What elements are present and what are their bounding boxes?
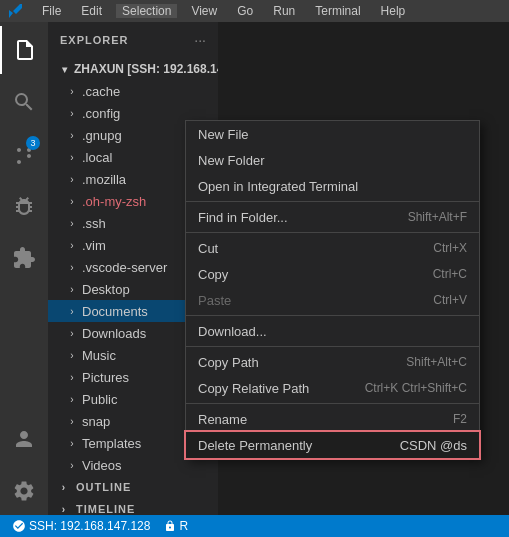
label-pictures: Pictures (82, 370, 129, 385)
chevron-oh-my-zsh: › (64, 193, 80, 209)
menu-run[interactable]: Run (267, 4, 301, 18)
chevron-downloads: › (64, 325, 80, 341)
source-control-badge: 3 (26, 136, 40, 150)
chevron-ssh: › (64, 215, 80, 231)
label-snap: snap (82, 414, 110, 429)
menu-cut-shortcut: Ctrl+X (433, 241, 467, 255)
chevron-local: › (64, 149, 80, 165)
explorer-title: EXPLORER (60, 34, 129, 46)
separator-4 (186, 346, 479, 347)
source-control-activity-icon[interactable]: 3 (0, 130, 48, 178)
chevron-public: › (64, 391, 80, 407)
label-music: Music (82, 348, 116, 363)
remote-icon (12, 519, 26, 533)
menu-view[interactable]: View (185, 4, 223, 18)
menu-download[interactable]: Download... (186, 318, 479, 344)
root-folder[interactable]: ▾ ZHAXUN [SSH: 192.168.147.128] (48, 58, 218, 80)
menu-rename-label: Rename (198, 412, 247, 427)
menu-copy-path-label: Copy Path (198, 355, 259, 370)
titlebar-menu: File Edit Selection View Go Run Terminal… (36, 4, 411, 18)
menu-copy-relative-path-label: Copy Relative Path (198, 381, 309, 396)
menu-download-label: Download... (198, 324, 267, 339)
menu-new-folder[interactable]: New Folder (186, 147, 479, 173)
label-public: Public (82, 392, 117, 407)
debug-activity-icon[interactable] (0, 182, 48, 230)
sidebar-header: EXPLORER ··· (48, 22, 218, 58)
menu-delete-permanently-label: Delete Permanently (198, 438, 312, 453)
status-left: SSH: 192.168.147.128 R (8, 519, 192, 533)
more-actions-icon[interactable]: ··· (194, 32, 206, 48)
status-bar: SSH: 192.168.147.128 R (0, 515, 509, 537)
chevron-config: › (64, 105, 80, 121)
status-lock[interactable]: R (160, 519, 192, 533)
menu-go[interactable]: Go (231, 4, 259, 18)
label-ssh: .ssh (82, 216, 106, 231)
root-chevron: ▾ (56, 61, 72, 77)
timeline-section[interactable]: › TIMELINE (48, 498, 218, 515)
label-cache: .cache (82, 84, 120, 99)
menu-delete-permanently[interactable]: Delete Permanently CSDN @ds (186, 432, 479, 458)
menu-cut[interactable]: Cut Ctrl+X (186, 235, 479, 261)
menu-edit[interactable]: Edit (75, 4, 108, 18)
label-documents: Documents (82, 304, 148, 319)
files-activity-icon[interactable] (0, 26, 48, 74)
chevron-mozilla: › (64, 171, 80, 187)
root-label: ZHAXUN [SSH: 192.168.147.128] (74, 62, 218, 76)
chevron-vim: › (64, 237, 80, 253)
label-templates: Templates (82, 436, 141, 451)
menu-paste: Paste Ctrl+V (186, 287, 479, 313)
menu-copy-relative-path-shortcut: Ctrl+K Ctrl+Shift+C (365, 381, 467, 395)
separator-3 (186, 315, 479, 316)
search-activity-icon[interactable] (0, 78, 48, 126)
outline-label: OUTLINE (76, 481, 131, 493)
label-oh-my-zsh: .oh-my-zsh (82, 194, 146, 209)
status-ssh-label: SSH: 192.168.147.128 (29, 519, 150, 533)
menu-delete-permanently-shortcut: CSDN @ds (400, 438, 467, 453)
menu-copy-label: Copy (198, 267, 228, 282)
separator-5 (186, 403, 479, 404)
chevron-vscode-server: › (64, 259, 80, 275)
chevron-videos: › (64, 457, 80, 473)
menu-new-file[interactable]: New File (186, 121, 479, 147)
chevron-pictures: › (64, 369, 80, 385)
settings-activity-icon[interactable] (0, 467, 48, 515)
label-mozilla: .mozilla (82, 172, 126, 187)
outline-section[interactable]: › OUTLINE (48, 476, 218, 498)
label-config: .config (82, 106, 120, 121)
menu-paste-label: Paste (198, 293, 231, 308)
titlebar: File Edit Selection View Go Run Terminal… (0, 0, 509, 22)
lock-icon (164, 520, 176, 532)
chevron-templates: › (64, 435, 80, 451)
menu-open-terminal[interactable]: Open in Integrated Terminal (186, 173, 479, 199)
separator-1 (186, 201, 479, 202)
menu-terminal[interactable]: Terminal (309, 4, 366, 18)
chevron-documents: › (64, 303, 80, 319)
account-activity-icon[interactable] (0, 415, 48, 463)
status-lock-label: R (179, 519, 188, 533)
chevron-snap: › (64, 413, 80, 429)
menu-find-in-folder[interactable]: Find in Folder... Shift+Alt+F (186, 204, 479, 230)
menu-rename[interactable]: Rename F2 (186, 406, 479, 432)
status-ssh[interactable]: SSH: 192.168.147.128 (8, 519, 154, 533)
chevron-cache: › (64, 83, 80, 99)
activity-bar: 3 (0, 22, 48, 515)
extensions-activity-icon[interactable] (0, 234, 48, 282)
menu-selection[interactable]: Selection (116, 4, 177, 18)
chevron-music: › (64, 347, 80, 363)
menu-paste-shortcut: Ctrl+V (433, 293, 467, 307)
menu-rename-shortcut: F2 (453, 412, 467, 426)
tree-item-cache[interactable]: › .cache (48, 80, 218, 102)
label-vim: .vim (82, 238, 106, 253)
chevron-gnupg: › (64, 127, 80, 143)
menu-file[interactable]: File (36, 4, 67, 18)
menu-copy-relative-path[interactable]: Copy Relative Path Ctrl+K Ctrl+Shift+C (186, 375, 479, 401)
menu-find-in-folder-shortcut: Shift+Alt+F (408, 210, 467, 224)
chevron-desktop: › (64, 281, 80, 297)
menu-find-in-folder-label: Find in Folder... (198, 210, 288, 225)
timeline-chevron: › (56, 501, 72, 515)
menu-open-terminal-label: Open in Integrated Terminal (198, 179, 358, 194)
menu-copy[interactable]: Copy Ctrl+C (186, 261, 479, 287)
menu-copy-path[interactable]: Copy Path Shift+Alt+C (186, 349, 479, 375)
menu-help[interactable]: Help (375, 4, 412, 18)
app-logo (8, 3, 24, 19)
